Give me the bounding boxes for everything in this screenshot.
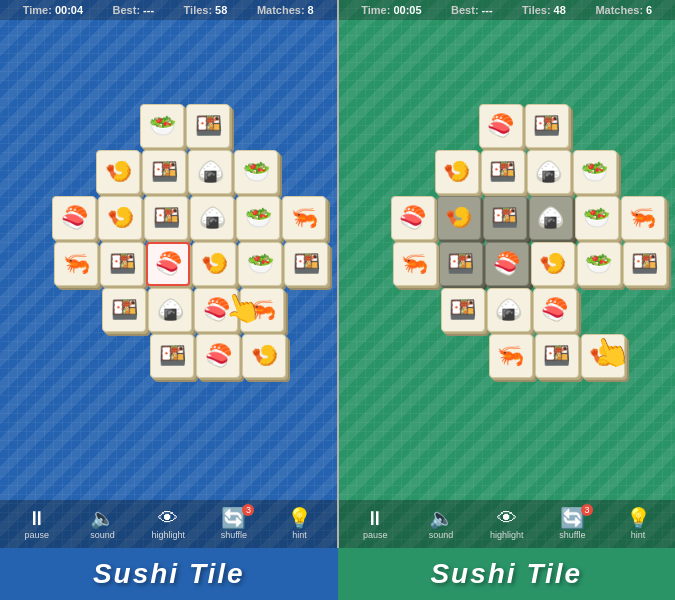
hint-icon: 💡	[287, 508, 312, 528]
shuffle-icon: 🔄3	[221, 508, 246, 528]
tile[interactable]: 🍤	[437, 196, 481, 240]
right-time-stat: Time: 00:05	[361, 4, 421, 16]
tile[interactable]: 🦐	[282, 196, 326, 240]
tile[interactable]: 🍱	[525, 104, 569, 148]
left-tiles-value: 58	[215, 4, 227, 16]
tile[interactable]: 🍱	[439, 242, 483, 286]
right-title: Sushi Tile	[338, 548, 676, 600]
tile[interactable]: 🥗	[238, 242, 282, 286]
tile[interactable]: 🍣	[479, 104, 523, 148]
left-controls: ⏸ pause 🔈 sound 👁 highlight 🔄3 shuffle 💡…	[0, 500, 337, 548]
highlight-label-r: highlight	[490, 530, 524, 540]
right-highlight-button[interactable]: 👁 highlight	[487, 508, 527, 540]
left-title: Sushi Tile	[0, 548, 338, 600]
tile[interactable]: 🍙	[188, 150, 232, 194]
tile[interactable]: 🥗	[577, 242, 621, 286]
right-hint-button[interactable]: 💡 hint	[618, 508, 658, 540]
tile[interactable]: 🍱	[142, 150, 186, 194]
tile[interactable]: 🍱	[186, 104, 230, 148]
left-stats-bar: Time: 00:04 Best: --- Tiles: 58 Matches:…	[0, 0, 337, 20]
tile[interactable]: 🍣	[52, 196, 96, 240]
tile[interactable]: 🍱	[441, 288, 485, 332]
tile[interactable]: 🍙	[529, 196, 573, 240]
tile[interactable]: 🍤	[98, 196, 142, 240]
left-matches-label: Matches:	[257, 4, 305, 16]
left-game-area: 🥗🍱🍤🍱🍙🥗🍣🍤🍱🍙🥗🦐🦐🍱🍣🍤🥗🍱🍱🍙🍣🦐🍱🍣🍤👆	[0, 20, 337, 500]
tile[interactable]: 🍤	[242, 334, 286, 378]
left-time-stat: Time: 00:04	[23, 4, 83, 16]
right-pause-button[interactable]: ⏸ pause	[355, 508, 395, 540]
right-matches-stat: Matches: 6	[595, 4, 652, 16]
tile[interactable]: 🦐	[621, 196, 665, 240]
right-tiles-value: 48	[554, 4, 566, 16]
tile[interactable]: 🍣	[196, 334, 240, 378]
left-shuffle-button[interactable]: 🔄3 shuffle	[214, 508, 254, 540]
left-tile-grid: 🥗🍱🍤🍱🍙🥗🍣🍤🍱🍙🥗🦐🦐🍱🍣🍤🥗🍱🍱🍙🍣🦐🍱🍣🍤👆	[38, 100, 298, 420]
tile[interactable]: 🍣	[146, 242, 190, 286]
left-tiles-stat: Tiles: 58	[184, 4, 228, 16]
tile[interactable]: 🍙	[190, 196, 234, 240]
tile[interactable]: 🥗	[236, 196, 280, 240]
tile[interactable]: 🍤	[192, 242, 236, 286]
tile[interactable]: 🍱	[100, 242, 144, 286]
right-best-stat: Best: ---	[451, 4, 493, 16]
right-shuffle-button[interactable]: 🔄3 shuffle	[552, 508, 592, 540]
tile[interactable]: 🍙	[527, 150, 571, 194]
shuffle-label: shuffle	[221, 530, 247, 540]
tile[interactable]: 🦐	[240, 288, 284, 332]
tile[interactable]: 🍱	[102, 288, 146, 332]
tile[interactable]: 🍱	[284, 242, 328, 286]
tile[interactable]: 🍣	[533, 288, 577, 332]
highlight-icon: 👁	[158, 508, 178, 528]
hint-label: hint	[292, 530, 307, 540]
pause-icon: ⏸	[27, 508, 47, 528]
tile[interactable]: 🍙	[487, 288, 531, 332]
right-matches-value: 6	[646, 4, 652, 16]
hint-label-r: hint	[631, 530, 646, 540]
tile[interactable]: 🥗	[140, 104, 184, 148]
right-sound-button[interactable]: 🔈 sound	[421, 508, 461, 540]
tile[interactable]: 🍱	[144, 196, 188, 240]
tile[interactable]: 🦐	[489, 334, 533, 378]
tile[interactable]: 🍱	[535, 334, 579, 378]
left-highlight-button[interactable]: 👁 highlight	[148, 508, 188, 540]
tile[interactable]: 🍤	[96, 150, 140, 194]
left-time-value: 00:04	[55, 4, 83, 16]
right-controls: ⏸ pause 🔈 sound 👁 highlight 🔄3 shuffle 💡…	[339, 500, 676, 548]
tile[interactable]: 🍤	[531, 242, 575, 286]
right-time-label: Time:	[361, 4, 390, 16]
pause-label-r: pause	[363, 530, 388, 540]
tile[interactable]: 🍣	[485, 242, 529, 286]
right-stats-bar: Time: 00:05 Best: --- Tiles: 48 Matches:…	[339, 0, 676, 20]
tile[interactable]: 🥗	[573, 150, 617, 194]
highlight-label: highlight	[151, 530, 185, 540]
left-hint-button[interactable]: 💡 hint	[280, 508, 320, 540]
tile[interactable]: 🥗	[575, 196, 619, 240]
left-title-text: Sushi Tile	[93, 558, 245, 590]
tile[interactable]: 🍱	[481, 150, 525, 194]
tile[interactable]: 🍣	[391, 196, 435, 240]
left-time-label: Time:	[23, 4, 52, 16]
shuffle-icon-r: 🔄3	[560, 508, 585, 528]
left-tiles-label: Tiles:	[184, 4, 213, 16]
tile[interactable]: 🍤	[435, 150, 479, 194]
right-time-value: 00:05	[393, 4, 421, 16]
sound-icon-r: 🔈	[429, 508, 454, 528]
tile[interactable]: 🥗	[234, 150, 278, 194]
sound-label: sound	[90, 530, 115, 540]
left-sound-button[interactable]: 🔈 sound	[83, 508, 123, 540]
titles-row: Sushi Tile Sushi Tile	[0, 548, 675, 600]
left-matches-stat: Matches: 8	[257, 4, 314, 16]
left-pause-button[interactable]: ⏸ pause	[17, 508, 57, 540]
right-game-area: 🍣🍱🍤🍱🍙🥗🍣🍤🍱🍙🥗🦐🦐🍱🍣🍤🥗🍱🍱🍙🍣🦐🍱🍤👆	[339, 20, 676, 500]
tile[interactable]: 🦐	[393, 242, 437, 286]
tile[interactable]: 🍱	[483, 196, 527, 240]
pause-icon-r: ⏸	[365, 508, 385, 528]
tile[interactable]: 🍤	[581, 334, 625, 378]
tile[interactable]: 🍣	[194, 288, 238, 332]
tile[interactable]: 🍱	[150, 334, 194, 378]
tile[interactable]: 🍱	[623, 242, 667, 286]
tile[interactable]: 🍙	[148, 288, 192, 332]
left-best-stat: Best: ---	[113, 4, 155, 16]
tile[interactable]: 🦐	[54, 242, 98, 286]
